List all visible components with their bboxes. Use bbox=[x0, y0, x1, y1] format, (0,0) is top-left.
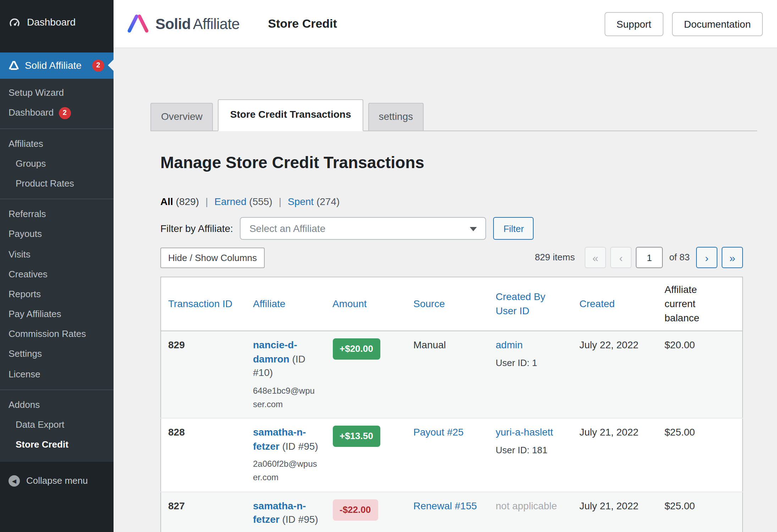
source-link[interactable]: Renewal #155 bbox=[413, 500, 477, 511]
filter-label: All bbox=[160, 196, 173, 207]
current-page-input[interactable] bbox=[636, 247, 663, 268]
sidebar-item-product-rates[interactable]: Product Rates bbox=[0, 174, 114, 194]
sidebar-item-label: Solid Affiliate bbox=[25, 59, 82, 72]
affiliate-id: (ID #95) bbox=[282, 440, 318, 451]
column-header-balance: Affiliate current balance bbox=[665, 283, 714, 325]
sidebar-item-referrals[interactable]: Referrals bbox=[0, 204, 114, 224]
amount-badge: +$13.50 bbox=[332, 426, 380, 447]
tab-store-credit-transactions[interactable]: Store Credit Transactions bbox=[218, 99, 363, 131]
logo-word-affiliate: Affiliate bbox=[193, 16, 240, 32]
filter-link-earned[interactable]: Earned (555) bbox=[214, 195, 272, 209]
sidebar-item-store-credit[interactable]: Store Credit bbox=[0, 435, 114, 455]
support-button[interactable]: Support bbox=[605, 12, 663, 36]
dashboard-gauge-icon bbox=[9, 17, 21, 29]
sidebar-item-dashboard[interactable]: Dashboard bbox=[0, 10, 114, 35]
table-row: 828 samatha-n-fetzer (ID #95) 2a060f2b@w… bbox=[161, 418, 743, 492]
sidebar-item-pay-affiliates[interactable]: Pay Affiliates bbox=[0, 304, 114, 324]
sidebar-item-label: Visits bbox=[9, 248, 31, 261]
sidebar-item-label: Product Rates bbox=[16, 177, 74, 190]
sidebar-item-groups[interactable]: Groups bbox=[0, 154, 114, 174]
affiliate-select-placeholder: Select an Affiliate bbox=[249, 222, 325, 235]
sidebar-item-label: Store Credit bbox=[16, 438, 68, 451]
created-by-link[interactable]: admin bbox=[496, 339, 523, 350]
source-text: Manual bbox=[413, 339, 446, 350]
created-date: July 22, 2022 bbox=[579, 339, 639, 350]
hide-show-columns-button[interactable]: Hide / Show Columns bbox=[160, 248, 265, 268]
sidebar-divider bbox=[0, 128, 114, 129]
amount-badge: +$20.00 bbox=[332, 338, 380, 360]
sidebar-item-label: License bbox=[9, 368, 40, 381]
sidebar-item-visits[interactable]: Visits bbox=[0, 244, 114, 264]
sidebar-item-label: Data Export bbox=[16, 419, 64, 431]
collapse-arrow-icon: ◀ bbox=[9, 476, 20, 487]
filter-button[interactable]: Filter bbox=[494, 217, 534, 240]
sidebar-divider bbox=[0, 199, 114, 199]
sidebar-item-settings[interactable]: Settings bbox=[0, 344, 114, 364]
sidebar-item-label: Commission Rates bbox=[9, 328, 86, 341]
tab-overview[interactable]: Overview bbox=[150, 103, 213, 130]
collapse-menu-label: Collapse menu bbox=[26, 475, 88, 488]
column-header-amount[interactable]: Amount bbox=[332, 298, 367, 309]
first-page-button: « bbox=[585, 247, 606, 268]
affiliate-filter-label: Filter by Affiliate: bbox=[160, 222, 233, 235]
created-date: July 21, 2022 bbox=[579, 426, 639, 438]
sidebar-item-addons[interactable]: Addons bbox=[0, 395, 114, 415]
affiliate-link[interactable]: nancie-d-damron bbox=[253, 339, 297, 364]
last-page-button[interactable]: » bbox=[722, 247, 743, 268]
tab-settings[interactable]: settings bbox=[368, 103, 424, 130]
transaction-id: 827 bbox=[168, 500, 185, 511]
filter-count: (555) bbox=[249, 196, 272, 207]
created-by-link[interactable]: yuri-a-haslett bbox=[496, 426, 553, 438]
column-header-transaction-id[interactable]: Transaction ID bbox=[168, 298, 232, 309]
affiliate-email: 2a060f2b@wpuser.com bbox=[253, 458, 318, 484]
sidebar-item-label: Dashboard bbox=[9, 107, 54, 120]
previous-page-button: ‹ bbox=[610, 247, 632, 268]
sidebar-item-label: Affiliates bbox=[9, 137, 43, 150]
collapse-menu-button[interactable]: ◀ Collapse menu bbox=[0, 469, 114, 494]
sidebar-item-label: Payouts bbox=[9, 228, 42, 241]
affiliate-email: 648e1bc9@wpuser.com bbox=[253, 384, 318, 411]
column-header-source[interactable]: Source bbox=[413, 298, 445, 309]
source-link[interactable]: Payout #25 bbox=[413, 426, 464, 438]
sidebar-item-payouts[interactable]: Payouts bbox=[0, 225, 114, 244]
sidebar-item-license[interactable]: License bbox=[0, 364, 114, 384]
affiliate-balance: $20.00 bbox=[665, 339, 695, 350]
sidebar-item-reports[interactable]: Reports bbox=[0, 284, 114, 304]
filter-link-all[interactable]: All (829) bbox=[160, 195, 199, 209]
documentation-button[interactable]: Documentation bbox=[672, 12, 763, 36]
column-header-affiliate[interactable]: Affiliate bbox=[253, 298, 285, 309]
affiliate-filter-bar: Filter by Affiliate: Select an Affiliate… bbox=[160, 217, 743, 240]
filter-separator: | bbox=[279, 195, 281, 209]
created-date: July 21, 2022 bbox=[579, 500, 639, 511]
solid-affiliate-submenu: Setup Wizard Dashboard 2 Affiliates Grou… bbox=[0, 79, 114, 462]
tab-bar: Overview Store Credit Transactions setti… bbox=[150, 99, 757, 131]
header-actions: Support Documentation bbox=[605, 12, 763, 36]
affiliate-select[interactable]: Select an Affiliate bbox=[240, 217, 486, 240]
app-root: Dashboard Solid Affiliate 2 Setup Wizard… bbox=[0, 0, 777, 532]
transactions-table: Transaction ID Affiliate Amount Source C… bbox=[160, 277, 743, 532]
column-header-created[interactable]: Created bbox=[579, 298, 615, 309]
filter-separator: | bbox=[205, 195, 208, 209]
sidebar-item-label: Dashboard bbox=[27, 16, 76, 29]
affiliate-balance: $25.00 bbox=[665, 500, 695, 511]
next-page-button[interactable]: › bbox=[696, 247, 717, 268]
filter-count: (274) bbox=[316, 196, 340, 207]
sidebar-item-setup-wizard[interactable]: Setup Wizard bbox=[0, 83, 114, 103]
sidebar-divider bbox=[0, 389, 114, 390]
sidebar-item-label: Pay Affiliates bbox=[9, 308, 61, 321]
sidebar-item-dashboard-sub[interactable]: Dashboard 2 bbox=[0, 103, 114, 123]
sidebar-item-label: Creatives bbox=[9, 268, 48, 281]
filter-link-spent[interactable]: Spent (274) bbox=[288, 195, 340, 209]
transaction-id: 828 bbox=[168, 426, 185, 438]
sidebar-item-label: Groups bbox=[16, 157, 46, 170]
column-header-created-by[interactable]: Created By User ID bbox=[496, 291, 545, 316]
sidebar-item-data-export[interactable]: Data Export bbox=[0, 415, 114, 435]
logo-wordmark: SolidAffiliate bbox=[155, 13, 239, 34]
sidebar-item-affiliates[interactable]: Affiliates bbox=[0, 134, 114, 154]
sidebar-item-creatives[interactable]: Creatives bbox=[0, 264, 114, 284]
sidebar-item-commission-rates[interactable]: Commission Rates bbox=[0, 325, 114, 344]
notification-badge: 2 bbox=[59, 107, 71, 119]
sidebar-item-solid-affiliate[interactable]: Solid Affiliate 2 bbox=[0, 52, 114, 79]
status-filter-links: All (829) | Earned (555) | Spent (274) bbox=[160, 195, 743, 209]
page-title: Store Credit bbox=[268, 15, 337, 32]
